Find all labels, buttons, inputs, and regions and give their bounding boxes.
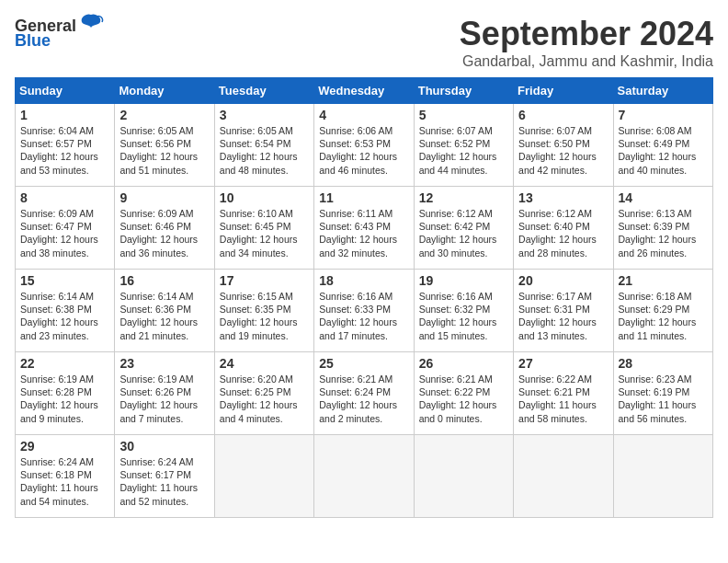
calendar-day: 10Sunrise: 6:10 AM Sunset: 6:45 PM Dayli… [214,187,313,270]
calendar-day [514,435,613,518]
calendar-day: 29Sunrise: 6:24 AM Sunset: 6:18 PM Dayli… [16,435,115,518]
calendar-day: 21Sunrise: 6:18 AM Sunset: 6:29 PM Dayli… [613,270,712,352]
calendar-day: 5Sunrise: 6:07 AM Sunset: 6:52 PM Daylig… [414,104,513,187]
day-number: 25 [319,356,408,371]
calendar-day: 8Sunrise: 6:09 AM Sunset: 6:47 PM Daylig… [16,187,115,270]
day-number: 18 [319,273,408,288]
calendar-day: 7Sunrise: 6:08 AM Sunset: 6:49 PM Daylig… [613,104,712,187]
calendar-day: 16Sunrise: 6:14 AM Sunset: 6:36 PM Dayli… [115,270,214,352]
calendar-header-row: SundayMondayTuesdayWednesdayThursdayFrid… [16,78,713,104]
day-number: 6 [518,108,608,122]
logo-blue: Blue [15,31,51,51]
day-info: Sunrise: 6:21 AM Sunset: 6:24 PM Dayligh… [319,373,408,425]
day-info: Sunrise: 6:23 AM Sunset: 6:19 PM Dayligh… [619,373,708,425]
calendar-day [314,435,414,518]
calendar-day: 26Sunrise: 6:21 AM Sunset: 6:22 PM Dayli… [414,352,513,435]
calendar-week-row: 22Sunrise: 6:19 AM Sunset: 6:28 PM Dayli… [16,352,713,435]
calendar-day: 18Sunrise: 6:16 AM Sunset: 6:33 PM Dayli… [314,270,414,352]
calendar-table: SundayMondayTuesdayWednesdayThursdayFrid… [15,77,713,518]
day-info: Sunrise: 6:04 AM Sunset: 6:57 PM Dayligh… [20,124,109,177]
day-info: Sunrise: 6:06 AM Sunset: 6:53 PM Dayligh… [319,124,408,177]
calendar-week-row: 29Sunrise: 6:24 AM Sunset: 6:18 PM Dayli… [16,435,713,518]
day-number: 2 [119,108,209,122]
day-number: 17 [220,273,309,288]
logo: General Blue [15,15,104,51]
calendar-day: 9Sunrise: 6:09 AM Sunset: 6:46 PM Daylig… [115,187,214,270]
calendar-day: 25Sunrise: 6:21 AM Sunset: 6:24 PM Dayli… [314,352,414,435]
day-number: 5 [419,108,508,122]
day-info: Sunrise: 6:07 AM Sunset: 6:50 PM Dayligh… [518,124,608,177]
calendar-day: 6Sunrise: 6:07 AM Sunset: 6:50 PM Daylig… [514,104,613,187]
day-number: 27 [518,356,608,371]
calendar-day: 20Sunrise: 6:17 AM Sunset: 6:31 PM Dayli… [514,270,613,352]
day-number: 20 [518,273,608,288]
day-number: 7 [619,108,708,122]
day-info: Sunrise: 6:05 AM Sunset: 6:56 PM Dayligh… [119,124,209,177]
day-number: 9 [119,190,209,205]
calendar-day: 1Sunrise: 6:04 AM Sunset: 6:57 PM Daylig… [16,104,115,187]
day-info: Sunrise: 6:16 AM Sunset: 6:32 PM Dayligh… [419,290,508,342]
day-number: 21 [619,273,708,288]
day-info: Sunrise: 6:21 AM Sunset: 6:22 PM Dayligh… [419,373,508,425]
day-info: Sunrise: 6:10 AM Sunset: 6:45 PM Dayligh… [220,207,309,259]
calendar-day: 2Sunrise: 6:05 AM Sunset: 6:56 PM Daylig… [115,104,214,187]
calendar-week-row: 15Sunrise: 6:14 AM Sunset: 6:38 PM Dayli… [16,270,713,352]
day-number: 10 [220,190,309,205]
day-info: Sunrise: 6:15 AM Sunset: 6:35 PM Dayligh… [220,290,309,342]
day-number: 1 [20,108,109,122]
day-info: Sunrise: 6:05 AM Sunset: 6:54 PM Dayligh… [220,124,309,177]
day-number: 30 [119,439,209,454]
calendar-day [214,435,313,518]
calendar-day: 3Sunrise: 6:05 AM Sunset: 6:54 PM Daylig… [214,104,313,187]
day-of-week-header: Thursday [414,78,513,104]
page-header: General Blue September 2024 Gandarbal, J… [15,15,713,70]
day-info: Sunrise: 6:24 AM Sunset: 6:17 PM Dayligh… [119,455,209,508]
day-info: Sunrise: 6:19 AM Sunset: 6:28 PM Dayligh… [20,373,109,425]
day-number: 24 [220,356,309,371]
month-title: September 2024 [460,15,713,53]
calendar-week-row: 8Sunrise: 6:09 AM Sunset: 6:47 PM Daylig… [16,187,713,270]
day-number: 23 [119,356,209,371]
calendar-day [613,435,712,518]
day-number: 19 [419,273,508,288]
day-number: 3 [220,108,309,122]
day-of-week-header: Wednesday [314,78,414,104]
day-of-week-header: Tuesday [214,78,313,104]
day-number: 14 [619,190,708,205]
calendar-day: 23Sunrise: 6:19 AM Sunset: 6:26 PM Dayli… [115,352,214,435]
day-number: 15 [20,273,109,288]
day-number: 29 [20,439,109,454]
day-info: Sunrise: 6:17 AM Sunset: 6:31 PM Dayligh… [518,290,608,342]
day-info: Sunrise: 6:18 AM Sunset: 6:29 PM Dayligh… [619,290,708,342]
calendar-week-row: 1Sunrise: 6:04 AM Sunset: 6:57 PM Daylig… [16,104,713,187]
day-info: Sunrise: 6:07 AM Sunset: 6:52 PM Dayligh… [419,124,508,177]
calendar-day: 4Sunrise: 6:06 AM Sunset: 6:53 PM Daylig… [314,104,414,187]
day-info: Sunrise: 6:22 AM Sunset: 6:21 PM Dayligh… [518,373,608,425]
day-number: 16 [119,273,209,288]
day-info: Sunrise: 6:19 AM Sunset: 6:26 PM Dayligh… [119,373,209,425]
day-number: 8 [20,190,109,205]
calendar-day: 30Sunrise: 6:24 AM Sunset: 6:17 PM Dayli… [115,435,214,518]
day-of-week-header: Sunday [16,78,115,104]
day-info: Sunrise: 6:13 AM Sunset: 6:39 PM Dayligh… [619,207,708,259]
logo-bird-icon [78,11,104,37]
calendar-day: 13Sunrise: 6:12 AM Sunset: 6:40 PM Dayli… [514,187,613,270]
day-number: 28 [619,356,708,371]
day-of-week-header: Saturday [613,78,712,104]
day-of-week-header: Friday [514,78,613,104]
day-number: 11 [319,190,408,205]
calendar-day: 12Sunrise: 6:12 AM Sunset: 6:42 PM Dayli… [414,187,513,270]
day-info: Sunrise: 6:09 AM Sunset: 6:47 PM Dayligh… [20,207,109,259]
day-number: 22 [20,356,109,371]
calendar-day: 19Sunrise: 6:16 AM Sunset: 6:32 PM Dayli… [414,270,513,352]
day-info: Sunrise: 6:20 AM Sunset: 6:25 PM Dayligh… [220,373,309,425]
calendar-day: 22Sunrise: 6:19 AM Sunset: 6:28 PM Dayli… [16,352,115,435]
day-info: Sunrise: 6:24 AM Sunset: 6:18 PM Dayligh… [20,455,109,508]
day-info: Sunrise: 6:09 AM Sunset: 6:46 PM Dayligh… [119,207,209,259]
day-info: Sunrise: 6:14 AM Sunset: 6:36 PM Dayligh… [119,290,209,342]
day-number: 12 [419,190,508,205]
title-area: September 2024 Gandarbal, Jammu and Kash… [460,15,713,70]
day-info: Sunrise: 6:11 AM Sunset: 6:43 PM Dayligh… [319,207,408,259]
calendar-day: 24Sunrise: 6:20 AM Sunset: 6:25 PM Dayli… [214,352,313,435]
day-info: Sunrise: 6:12 AM Sunset: 6:40 PM Dayligh… [518,207,608,259]
